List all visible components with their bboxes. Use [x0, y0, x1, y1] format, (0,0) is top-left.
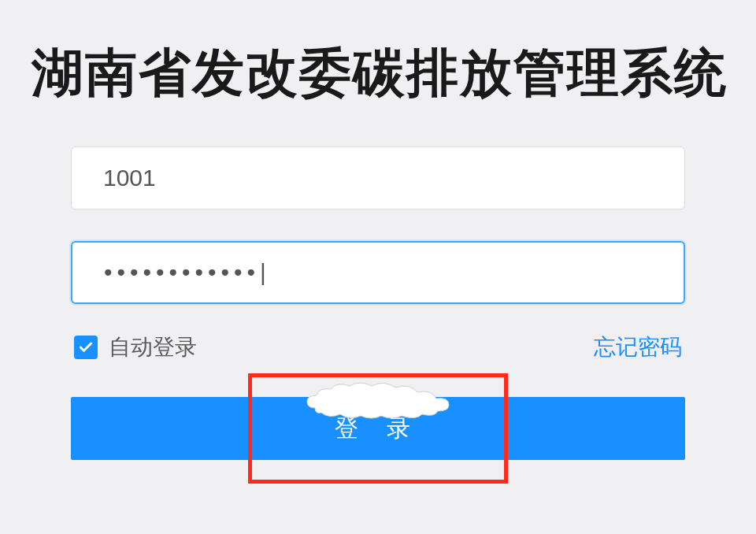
login-button-label: 登 录: [335, 413, 421, 445]
auto-login-label: 自动登录: [109, 332, 197, 362]
forgot-password-link[interactable]: 忘记密码: [594, 332, 682, 362]
page-title: 湖南省发改委碳排放管理系统: [0, 0, 756, 109]
options-row: 自动登录 忘记密码: [71, 332, 685, 362]
auto-login-checkbox[interactable]: [74, 336, 98, 359]
auto-login-group: 自动登录: [74, 332, 197, 362]
check-icon: [78, 339, 94, 355]
password-input[interactable]: [71, 241, 685, 304]
login-form: 自动登录 忘记密码 登 录: [71, 146, 685, 460]
username-input[interactable]: [71, 146, 685, 210]
login-button-area: 登 录: [71, 397, 685, 460]
login-button[interactable]: 登 录: [71, 397, 685, 460]
